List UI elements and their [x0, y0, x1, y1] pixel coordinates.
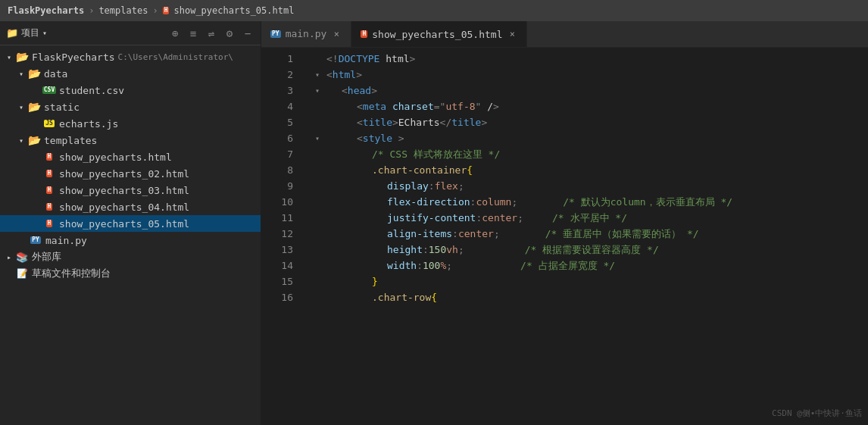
folder-open-icon-static: 📂 — [27, 100, 41, 114]
code-line-2: ▾ <html> — [311, 67, 868, 83]
tree-arrow-static: ▾ — [15, 103, 27, 111]
tree-item-student-csv[interactable]: CSV student.csv — [0, 82, 261, 98]
tree-item-show01[interactable]: H show_pyecharts.html — [0, 148, 261, 165]
code-content[interactable]: <!DOCTYPE html> ▾ <html> ▾ <head> — [299, 48, 868, 425]
title-file-icon: H — [163, 7, 170, 14]
code-editor[interactable]: 12345 678910 1112131415 16 <!DOCTYPE htm… — [261, 48, 868, 425]
editor-area: PY main.py × H show_pyecharts_05.html × … — [261, 21, 868, 425]
js-icon: JS — [42, 117, 56, 130]
tab-html-icon: H — [361, 30, 367, 38]
code-line-9: display:flex; — [311, 178, 868, 194]
folder-open-icon-root: 📂 — [15, 50, 29, 64]
code-line-7: /* CSS 样式将放在这里 */ — [311, 146, 868, 162]
html-icon-show03: H — [42, 183, 56, 197]
tab-main-py[interactable]: PY main.py × — [261, 21, 351, 47]
tab-show05-close[interactable]: × — [507, 29, 517, 39]
code-line-12: align-items:center; /* 垂直居中（如果需要的话） */ — [311, 226, 868, 242]
file-tree: ▾ 📂 FlaskPyecharts C:\Users\Administrato… — [0, 45, 261, 425]
csv-icon: CSV — [42, 83, 56, 97]
fold-btn-3[interactable]: ▾ — [311, 85, 323, 97]
minus-toolbar-icon[interactable]: − — [241, 27, 254, 40]
tree-item-show04[interactable]: H show_pyecharts_04.html — [0, 198, 261, 215]
code-line-14: width:100%; /* 占据全屏宽度 */ — [311, 258, 868, 273]
html-icon-show04: H — [42, 200, 56, 214]
tab-py-icon: PY — [270, 30, 281, 38]
toolbar-icons: ⊕ ≡ ⇌ ⚙ − — [168, 27, 254, 40]
fold-btn-6[interactable]: ▾ — [311, 133, 323, 145]
code-line-5: <title>ECharts</title> — [311, 114, 868, 130]
tree-item-external-lib[interactable]: ▸ 📚 外部库 — [0, 248, 261, 265]
html-icon-show02: H — [42, 167, 56, 180]
sidebar-toolbar: 📁 项目 ▾ ⊕ ≡ ⇌ ⚙ − — [0, 21, 261, 45]
titlebar: FlaskPyecharts › templates › H show_pyec… — [0, 0, 868, 21]
tree-item-data[interactable]: ▾ 📂 data — [0, 65, 261, 82]
tree-arrow-data: ▾ — [15, 70, 27, 78]
code-line-13: height:150vh; /* 根据需要设置容器高度 */ — [311, 242, 868, 258]
code-line-1: <!DOCTYPE html> — [311, 51, 868, 67]
py-icon-main: PY — [29, 233, 42, 247]
tree-arrow-templates: ▾ — [15, 136, 27, 145]
folder-open-icon-templates: 📂 — [27, 133, 41, 147]
code-line-6: ▾ <style > — [311, 130, 868, 146]
draft-icon: 📝 — [15, 267, 29, 280]
tree-arrow-ext-lib: ▸ — [3, 253, 15, 261]
tree-item-static[interactable]: ▾ 📂 static — [0, 98, 261, 115]
folder-icon: 📁 — [6, 27, 18, 39]
editor-wrapper: 12345 678910 1112131415 16 <!DOCTYPE htm… — [261, 48, 868, 425]
html-icon-show01: H — [42, 150, 56, 164]
lib-icon: 📚 — [15, 250, 29, 264]
align-left-toolbar-icon[interactable]: ≡ — [186, 27, 200, 40]
tree-item-flaskpyecharts[interactable]: ▾ 📂 FlaskPyecharts C:\Users\Administrato… — [0, 48, 261, 65]
tab-bar: PY main.py × H show_pyecharts_05.html × — [261, 21, 868, 48]
code-line-4: <meta charset="utf-8" /> — [311, 98, 868, 114]
tree-item-show03[interactable]: H show_pyecharts_03.html — [0, 182, 261, 198]
dropdown-arrow-icon: ▾ — [42, 29, 47, 37]
code-line-16: .chart-row{ — [311, 289, 868, 305]
tab-main-py-close[interactable]: × — [331, 29, 342, 39]
tree-arrow-flaskpyecharts: ▾ — [3, 53, 15, 61]
tree-item-main-py[interactable]: PY main.py — [0, 232, 261, 248]
fold-btn-2[interactable]: ▾ — [311, 69, 323, 81]
title-path1: templates — [98, 5, 148, 16]
code-line-15: } — [311, 273, 868, 289]
sidebar-toolbar-title: 📁 项目 ▾ — [6, 27, 47, 39]
app: FlaskPyecharts › templates › H show_pyec… — [0, 0, 868, 425]
tab-show05[interactable]: H show_pyecharts_05.html × — [351, 21, 527, 47]
tree-item-show05[interactable]: H show_pyecharts_05.html ➤ — [0, 215, 261, 232]
sidebar: 📁 项目 ▾ ⊕ ≡ ⇌ ⚙ − ▾ 📂 FlaskPyec — [0, 21, 261, 425]
tree-item-templates[interactable]: ▾ 📂 templates — [0, 132, 261, 148]
html-icon-show05: H — [42, 217, 56, 230]
tree-item-echarts-js[interactable]: JS echarts.js — [0, 115, 261, 132]
tree-item-show02[interactable]: H show_pyecharts_02.html — [0, 165, 261, 182]
code-line-8: .chart-container{ — [311, 162, 868, 178]
line-numbers: 12345 678910 1112131415 16 — [261, 48, 299, 425]
globe-toolbar-icon[interactable]: ⊕ — [168, 27, 182, 40]
main-area: 📁 项目 ▾ ⊕ ≡ ⇌ ⚙ − ▾ 📂 FlaskPyec — [0, 21, 868, 425]
code-line-11: justify-content:center; /* 水平居中 */ — [311, 210, 868, 226]
code-line-10: flex-direction:column; /* 默认为column，表示垂直… — [311, 194, 868, 210]
folder-open-icon-data: 📂 — [27, 67, 41, 80]
gear-toolbar-icon[interactable]: ⚙ — [223, 27, 236, 40]
title-sep1: › — [89, 5, 94, 16]
title-sep2: › — [152, 5, 158, 16]
tree-item-drafts[interactable]: 📝 草稿文件和控制台 — [0, 265, 261, 282]
align-right-toolbar-icon[interactable]: ⇌ — [205, 27, 218, 40]
brand-label: FlaskPyecharts — [8, 5, 84, 16]
title-filename: show_pyecharts_05.html — [173, 5, 294, 16]
tab-show05-label: show_pyecharts_05.html — [372, 29, 502, 40]
tab-main-py-label: main.py — [286, 28, 327, 39]
code-line-3: ▾ <head> — [311, 83, 868, 98]
